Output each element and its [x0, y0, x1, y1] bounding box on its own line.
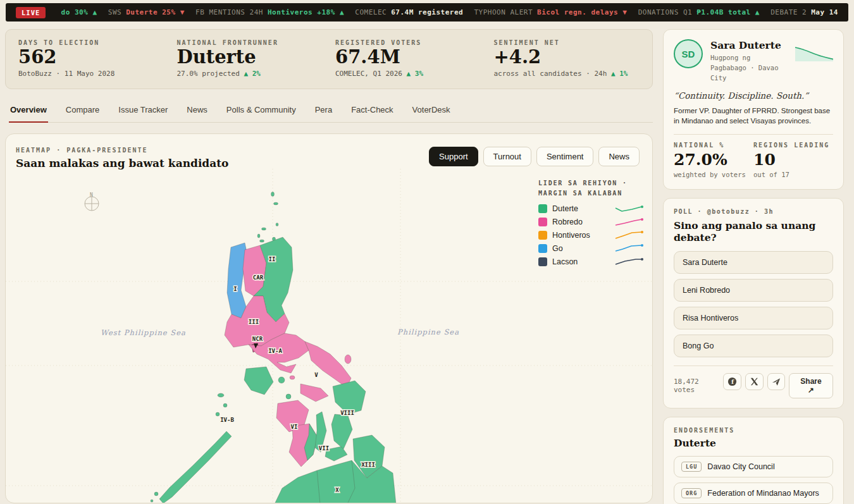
sea-label-east: Philippine Sea	[397, 328, 459, 336]
svg-text:X: X	[335, 487, 339, 493]
candidate-party: Hugpong ng Pagbabago · Davao City	[710, 53, 786, 83]
avatar: SD	[674, 39, 703, 68]
share-button[interactable]: Share ↗	[789, 373, 833, 398]
map-legend: LIDER SA REHIYON · MARGIN SA KALABAN Dut…	[538, 178, 645, 267]
legend-swatch	[538, 231, 547, 240]
svg-text:V: V	[314, 372, 318, 378]
poll-card: POLL · @botobuzz · 3h Sino ang panalo sa…	[663, 198, 844, 409]
live-ticker: LIVE do 30% ▲ SWSDuterte 25% ▼ FB MENTIO…	[6, 3, 848, 22]
candidate-national-pct: NATIONAL % 27.0% weighted by voters	[674, 142, 753, 178]
svg-text:I: I	[233, 286, 237, 292]
svg-text:XIII: XIII	[361, 462, 375, 468]
candidate-regions-leading: REGIONS LEADING 10 out of 17	[753, 142, 833, 178]
legend-row-robredo[interactable]: Robredo	[538, 217, 645, 227]
x-icon	[750, 378, 758, 386]
map-island-palawan-s2[interactable]	[151, 500, 153, 502]
legend-row-lacson[interactable]: Lacson	[538, 257, 645, 267]
map-kicker: HEATMAP · PAGKA-PRESIDENTE	[16, 147, 228, 154]
map-region-v[interactable]	[305, 341, 351, 388]
legend-sparkline	[614, 204, 645, 214]
stat-registered-voters: REGISTERED VOTERS 67.4M COMELEC, Q1 2026…	[335, 39, 494, 89]
main-tabs: Overview Compare Issue Tracker News Poll…	[9, 99, 653, 123]
ticker-item: DONATIONS Q1₱1.04B total ▲	[638, 8, 760, 16]
stats-strip: DAYS TO ELECTION 562 BotoBuzz · 11 Mayo …	[5, 29, 653, 89]
svg-text:IV-B: IV-B	[220, 417, 234, 423]
stat-value: 67.4M	[335, 47, 494, 68]
map-island-west1[interactable]	[218, 393, 224, 397]
map-island-palawan-s1[interactable]	[154, 492, 158, 496]
legend-swatch	[538, 257, 547, 266]
mode-news-button[interactable]: News	[598, 147, 640, 166]
map-title: Saan malakas ang bawat kandidato	[16, 157, 228, 169]
mode-turnout-button[interactable]: Turnout	[483, 147, 531, 166]
poll-question: Sino ang panalo sa unang debate?	[674, 219, 833, 243]
philippines-map: N West Philippine Sea Philippine Sea	[6, 169, 653, 503]
endorsement-tag: LGU	[681, 462, 702, 472]
map-island-masbate[interactable]	[300, 384, 328, 402]
ticker-item: SWSDuterte 25% ▼	[108, 8, 185, 16]
mode-support-button[interactable]: Support	[429, 147, 478, 166]
tab-polls-community[interactable]: Polls & Community	[225, 99, 297, 122]
poll-option-leni-robredo[interactable]: Leni Robredo	[674, 279, 833, 302]
legend-row-duterte[interactable]: Duterte	[538, 204, 645, 214]
endorsement-lgu[interactable]: LGU Davao City Council	[674, 456, 833, 477]
poll-option-bong-go[interactable]: Bong Go	[674, 335, 833, 357]
candidate-bio: Former VP. Daughter of FPRRD. Strongest …	[674, 106, 833, 126]
poll-vote-count: 18,472 votes	[674, 378, 723, 394]
stat-value: +4.2	[494, 47, 653, 68]
svg-text:III: III	[249, 319, 259, 325]
ticker-item: do 30% ▲	[57, 8, 97, 16]
poll-option-risa-hontiveros[interactable]: Risa Hontiveros	[674, 307, 833, 329]
candidate-quote: “Continuity. Discipline. South.”	[674, 90, 833, 101]
map-island-marinduque[interactable]	[278, 377, 285, 383]
tab-pera[interactable]: Pera	[314, 99, 333, 122]
mode-sentiment-button[interactable]: Sentiment	[536, 147, 594, 166]
send-icon	[772, 378, 781, 386]
legend-swatch	[538, 244, 547, 253]
candidate-trend-sparkline	[794, 44, 833, 62]
legend-swatch	[538, 218, 547, 226]
stat-sentiment-net: SENTIMENT NET +4.2 across all candidates…	[494, 39, 653, 89]
legend-sparkline	[614, 257, 645, 267]
legend-row-hontiveros[interactable]: Hontiveros	[538, 230, 645, 240]
map-island-west2[interactable]	[223, 403, 227, 407]
stat-value: 562	[18, 47, 177, 68]
candidate-name: Sara Duterte	[710, 39, 786, 51]
tab-overview[interactable]: Overview	[9, 99, 48, 123]
poll-option-sara-duterte[interactable]: Sara Duterte	[674, 251, 833, 274]
map-mode-switcher: Support Turnout Sentiment News	[429, 147, 640, 166]
map-region-iv-b-palawan[interactable]	[159, 431, 232, 503]
telegram-share-button[interactable]	[767, 373, 786, 390]
tab-compare[interactable]: Compare	[65, 99, 101, 122]
legend-sparkline	[614, 217, 645, 227]
svg-text:NCR: NCR	[252, 336, 263, 342]
endorsements-kicker: ENDORSEMENTS	[674, 427, 833, 434]
map-island-mindoro[interactable]	[244, 367, 273, 395]
endorsement-tag: ORG	[681, 488, 702, 498]
tab-fact-check[interactable]: Fact-Check	[350, 99, 394, 122]
heatmap-panel: HEATMAP · PAGKA-PRESIDENTE Saan malakas …	[5, 133, 653, 503]
x-share-button[interactable]	[745, 373, 764, 390]
candidate-card: SD Sara Duterte Hugpong ng Pagbabago · D…	[663, 29, 844, 190]
facebook-share-button[interactable]: f	[723, 373, 741, 390]
sea-label-west: West Philippine Sea	[101, 328, 186, 337]
endorsement-org[interactable]: ORG Federation of Mindanao Mayors	[674, 482, 833, 504]
stat-value: Duterte	[177, 47, 336, 68]
tab-voterdesk[interactable]: VoterDesk	[411, 99, 452, 122]
svg-text:II: II	[269, 256, 276, 262]
ticker-item: TYPHOON ALERTBicol regn. delays ▼	[474, 8, 627, 16]
map-island-catanduanes[interactable]	[345, 355, 351, 364]
map-island-small[interactable]	[290, 376, 295, 379]
tab-news[interactable]: News	[185, 99, 209, 122]
compass-icon: N	[85, 192, 99, 211]
map-island-romblon[interactable]	[286, 394, 291, 399]
poll-kicker: POLL · @botobuzz · 3h	[674, 208, 833, 215]
map-island-west3[interactable]	[216, 412, 220, 416]
map-island-leyte[interactable]	[331, 414, 352, 449]
ticker-item: DEBATE 2May 14	[770, 8, 838, 16]
legend-row-go[interactable]: Go	[538, 243, 645, 254]
map-islands-batanes	[257, 192, 278, 243]
endorsements-card: ENDORSEMENTS Duterte LGU Davao City Coun…	[663, 417, 844, 504]
legend-sparkline	[614, 243, 645, 254]
tab-issue-tracker[interactable]: Issue Tracker	[117, 99, 169, 122]
